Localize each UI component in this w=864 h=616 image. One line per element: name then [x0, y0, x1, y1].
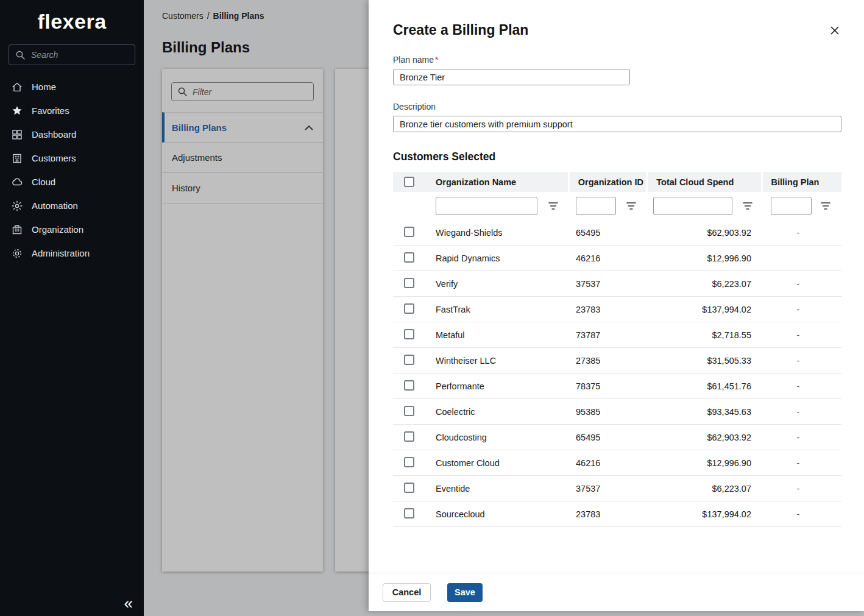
- breadcrumb-customers[interactable]: Customers: [162, 11, 204, 21]
- row-checkbox[interactable]: [404, 355, 414, 365]
- sidebar-collapse-button[interactable]: «: [119, 593, 138, 614]
- org-name-cell: Cloudcosting: [433, 433, 568, 442]
- column-label: Total Cloud Spend: [656, 177, 734, 187]
- spend-cell: $6,223.07: [645, 279, 759, 289]
- row-checkbox[interactable]: [404, 278, 414, 288]
- sidebar-item-favorites[interactable]: Favorites: [0, 99, 144, 122]
- row-checkbox[interactable]: [404, 303, 414, 314]
- spend-cell: $12,996.90: [645, 253, 759, 263]
- table-row: Rapid Dynamics 46216 $12,996.90: [393, 246, 841, 271]
- filter-icon[interactable]: [626, 202, 637, 210]
- sidebar-item-label: Customers: [32, 153, 76, 163]
- plan-name-field: Plan name*: [393, 55, 864, 85]
- column-label: Billing Plan: [771, 177, 820, 187]
- org-id-cell: 46216: [568, 253, 645, 263]
- plan-name-label-text: Plan name: [393, 55, 434, 65]
- row-checkbox[interactable]: [404, 508, 414, 519]
- sidebar-item-automation[interactable]: Automation: [0, 194, 144, 218]
- menu-item-label: History: [172, 183, 200, 193]
- billing-plan-cell: -: [759, 279, 838, 289]
- column-label: Organization ID: [578, 177, 643, 187]
- org-id-cell: 37537: [568, 279, 645, 289]
- create-billing-plan-drawer: Create a Billing Plan Plan name* Descrip…: [369, 0, 864, 611]
- table-row: Customer Cloud 46216 $12,996.90 -: [393, 450, 841, 476]
- plan-name-input[interactable]: [393, 69, 630, 85]
- table-filter-row: [393, 192, 841, 220]
- row-checkbox[interactable]: [404, 380, 414, 391]
- org-id-cell: 23783: [568, 305, 645, 314]
- header-cell-organization-name: Organization Name: [393, 172, 568, 192]
- detail-panel-edge: [335, 69, 372, 572]
- billing-plan-cell: -: [759, 407, 838, 417]
- page-title: Billing Plans: [144, 21, 369, 56]
- search-input[interactable]: [31, 50, 129, 60]
- sidebar-item-cloud[interactable]: Cloud: [0, 170, 144, 194]
- sidebar-item-organization[interactable]: Organization: [0, 218, 144, 241]
- table-row: Eventide 37537 $6,223.07 -: [393, 476, 841, 501]
- description-input[interactable]: [393, 116, 841, 132]
- billing-plans-panel: Billing Plans Adjustments History: [162, 69, 323, 572]
- table-header: Organization Name Organization ID Total …: [393, 172, 841, 192]
- row-checkbox[interactable]: [404, 406, 414, 416]
- row-checkbox[interactable]: [404, 252, 414, 263]
- sidebar-item-home[interactable]: Home: [0, 75, 144, 99]
- select-all-checkbox[interactable]: [404, 177, 414, 187]
- sidebar-search[interactable]: [9, 44, 135, 65]
- cancel-button[interactable]: Cancel: [383, 583, 431, 602]
- spend-cell: $31,505.33: [645, 356, 759, 366]
- home-icon: [11, 81, 23, 93]
- table-row: Metaful 73787 $2,718.55 -: [393, 322, 841, 348]
- description-label: Description: [393, 102, 864, 112]
- header-cell-billing-plan: Billing Plan: [763, 172, 841, 192]
- row-checkbox[interactable]: [404, 431, 414, 442]
- panel-filter-box[interactable]: [171, 82, 314, 101]
- flexera-logo: flexera: [0, 10, 144, 34]
- menu-item-label: Adjustments: [172, 152, 222, 163]
- filter-plan-input[interactable]: [771, 197, 812, 215]
- sidebar-item-dashboard[interactable]: Dashboard: [0, 122, 144, 146]
- billing-plan-cell: -: [759, 458, 838, 468]
- save-button[interactable]: Save: [447, 583, 483, 602]
- org-name-cell: Eventide: [433, 484, 568, 494]
- table-row: Sourcecloud 23783 $137,994.02 -: [393, 501, 841, 527]
- administration-icon: [11, 247, 23, 260]
- table-row: Performante 78375 $61,451.76 -: [393, 373, 841, 399]
- filter-icon[interactable]: [820, 202, 831, 210]
- menu-item-billing-plans[interactable]: Billing Plans: [162, 112, 323, 143]
- row-checkbox[interactable]: [404, 329, 414, 339]
- filter-icon[interactable]: [742, 202, 753, 210]
- sidebar-item-label: Automation: [32, 200, 78, 211]
- table-row: Verify 37537 $6,223.07 -: [393, 271, 841, 297]
- org-name-cell: Rapid Dynamics: [433, 253, 568, 263]
- billing-plan-cell: -: [759, 305, 838, 314]
- row-checkbox[interactable]: [404, 483, 414, 493]
- billing-plans-page: Customers/Billing Plans Billing Plans Bi…: [144, 0, 369, 616]
- menu-item-adjustments[interactable]: Adjustments: [162, 143, 323, 173]
- filter-spend-input[interactable]: [653, 197, 732, 215]
- filter-icon[interactable]: [548, 202, 559, 210]
- org-id-cell: 65495: [568, 433, 645, 442]
- star-icon: [11, 105, 23, 117]
- row-checkbox[interactable]: [404, 457, 414, 467]
- sidebar-item-administration[interactable]: Administration: [0, 241, 144, 265]
- checkbox-cell: [393, 508, 433, 520]
- automation-icon: [11, 200, 23, 212]
- checkbox-cell: [393, 252, 433, 264]
- filter-org-name-input[interactable]: [436, 197, 537, 215]
- customers-icon: [11, 152, 23, 165]
- table-body: Wiegand-Shields 65495 $62,903.92 - Rapid…: [393, 220, 841, 527]
- row-checkbox[interactable]: [404, 227, 414, 237]
- close-button[interactable]: [827, 23, 842, 38]
- menu-item-label: Billing Plans: [172, 122, 227, 133]
- org-name-cell: Customer Cloud: [433, 458, 568, 468]
- drawer-header: Create a Billing Plan: [369, 0, 864, 38]
- menu-item-history[interactable]: History: [162, 173, 323, 204]
- filter-org-id-input[interactable]: [576, 197, 616, 215]
- organization-icon: [11, 224, 23, 236]
- table-row: Cloudcosting 65495 $62,903.92 -: [393, 425, 841, 450]
- checkbox-cell: [393, 278, 433, 290]
- org-name-cell: Sourcecloud: [433, 509, 568, 519]
- panel-filter-input[interactable]: [193, 87, 308, 97]
- header-cell-organization-id: Organization ID: [570, 172, 646, 192]
- sidebar-item-customers[interactable]: Customers: [0, 146, 144, 170]
